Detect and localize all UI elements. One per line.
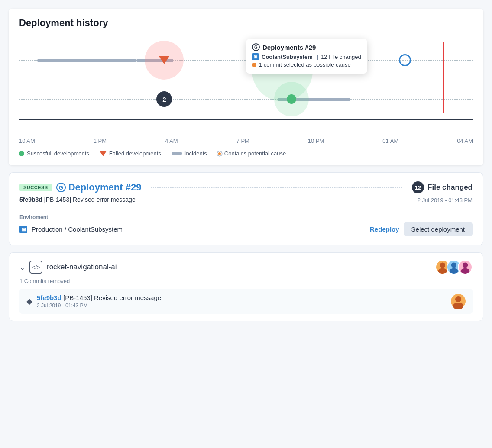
legend-successful-label: Suscesfull developments	[27, 150, 89, 157]
repo-header: ⌄ </> rocket-navigational-ai	[19, 260, 473, 274]
timeline-label-1: 1 PM	[94, 138, 107, 144]
timeline-label-3: 7 PM	[236, 138, 249, 144]
legend-cause: Contains potential cause	[217, 150, 286, 157]
timeline-deploy-marker-2	[287, 94, 296, 104]
tooltip-title: G Deployments #29	[252, 43, 361, 51]
svg-point-3	[449, 268, 458, 274]
repo-icon: </>	[29, 261, 42, 274]
deploy-title: G Deployment #29	[56, 182, 142, 193]
svg-point-2	[451, 262, 456, 268]
svg-point-6	[455, 296, 461, 302]
svg-point-5	[460, 268, 469, 274]
commit-hash: 5fe9b3d	[19, 196, 42, 203]
legend-green-dot	[19, 151, 24, 156]
deploy-date: 2 Jul 2019 - 01:43 PM	[418, 197, 473, 203]
commits-removed: 1 Commits removed	[19, 278, 473, 284]
env-icon: ▣	[19, 226, 27, 233]
file-count-badge: 12	[412, 181, 424, 193]
legend-failed: Failed developments	[100, 150, 161, 157]
tooltip-deploy-icon: G	[252, 43, 260, 51]
commit-msg: [PB-1453] Revised error message	[44, 196, 136, 203]
incident-bar-1	[37, 59, 137, 62]
env-label: Enviroment	[19, 214, 473, 220]
timeline-label-5: 01 AM	[382, 138, 398, 144]
legend-successful: Suscesfull developments	[19, 150, 89, 157]
file-changed-label: File changed	[427, 183, 473, 192]
svg-point-0	[440, 262, 445, 268]
svg-point-7	[453, 303, 463, 309]
timeline-label-6: 04 AM	[457, 138, 473, 144]
deploy-title-text: Deployment #29	[68, 182, 142, 193]
timeline-labels: 10 AM 1 PM 4 AM 7 PM 10 PM 01 AM 04 AM	[19, 135, 473, 144]
legend-incidents: Incidents	[172, 150, 207, 157]
legend-triangle	[100, 151, 107, 156]
timeline-badge: 2	[156, 91, 172, 107]
timeline-red-line	[443, 42, 444, 113]
tooltip-cause-dot	[252, 63, 256, 67]
tooltip-separator: |	[317, 54, 318, 60]
timeline-label-4: 10 PM	[308, 138, 324, 144]
legend-incident-bar	[172, 152, 182, 155]
commit-item-date: 2 Jul 2019 - 01:43 PM	[37, 303, 161, 309]
timeline-area: 2 ☞ G Deployments #29 ▣ CoolantSubsystem…	[19, 36, 473, 132]
tooltip-env-row: ▣ CoolantSubsystem | 12 File changed	[252, 53, 361, 60]
svg-point-4	[463, 262, 468, 268]
repo-name: rocket-navigational-ai	[47, 263, 117, 271]
legend-failed-label: Failed developments	[109, 150, 161, 157]
commit-line: 5fe9b3d [PB-1453] Revised error message	[19, 196, 136, 203]
title-divider	[151, 187, 402, 188]
page-title: Deployment history	[19, 17, 473, 29]
legend-cause-label: Contains potential cause	[224, 150, 286, 157]
tooltip-cause-text: 1 commit selected as possible cause	[259, 61, 351, 68]
file-changed-area: 12 File changed	[412, 181, 473, 193]
tooltip-env-icon: ▣	[252, 53, 259, 60]
repo-section: ⌄ </> rocket-navigational-ai 1 Commits r…	[9, 252, 483, 321]
tooltip-env: CoolantSubsystem	[262, 54, 313, 60]
tooltip-file-changed: 12 File changed	[321, 54, 361, 60]
legend-orange-dot	[217, 151, 222, 156]
commit-dot-icon: ◆	[26, 297, 32, 306]
commit-item-msg: [PB-1453] Revised error message	[63, 294, 161, 301]
deploy-header: SUCCESS G Deployment #29 12 File changed	[19, 181, 473, 193]
timeline-tooltip: G Deployments #29 ▣ CoolantSubsystem | 1…	[246, 39, 367, 74]
legend: Suscesfull developments Failed developme…	[19, 150, 473, 157]
avatars-group	[439, 260, 473, 274]
timeline-current-marker	[399, 54, 411, 66]
status-badge: SUCCESS	[19, 184, 52, 191]
legend-incidents-label: Incidents	[184, 150, 207, 157]
redeploy-button[interactable]: Redeploy	[370, 226, 399, 233]
deploy-env-row: ▣ Production / CoolantSubsystem Redeploy…	[19, 222, 473, 236]
deployment-card: SUCCESS G Deployment #29 12 File changed…	[9, 172, 483, 245]
deploy-title-icon: G	[56, 183, 66, 192]
repo-chevron-icon[interactable]: ⌄	[19, 263, 25, 271]
commit-item-hash[interactable]: 5fe9b3d	[37, 294, 62, 301]
tooltip-cause-row: 1 commit selected as possible cause	[252, 61, 361, 68]
timeline-failed-marker	[159, 56, 169, 64]
commit-item: ◆ 5fe9b3d [PB-1453] Revised error messag…	[19, 289, 473, 314]
svg-point-1	[438, 268, 447, 274]
page-container: Deployment history	[9, 9, 483, 321]
timeline-label-0: 10 AM	[19, 138, 35, 144]
timeline-axis	[19, 119, 473, 120]
commit-item-content: 5fe9b3d [PB-1453] Revised error message …	[37, 294, 161, 309]
timeline-label-2: 4 AM	[165, 138, 178, 144]
select-deployment-button[interactable]: Select deployment	[404, 222, 473, 236]
dashed-line-bottom	[19, 99, 473, 100]
commit-item-avatar	[451, 294, 466, 309]
avatar-3	[458, 260, 473, 274]
env-name: Production / CoolantSubsystem	[32, 226, 123, 233]
